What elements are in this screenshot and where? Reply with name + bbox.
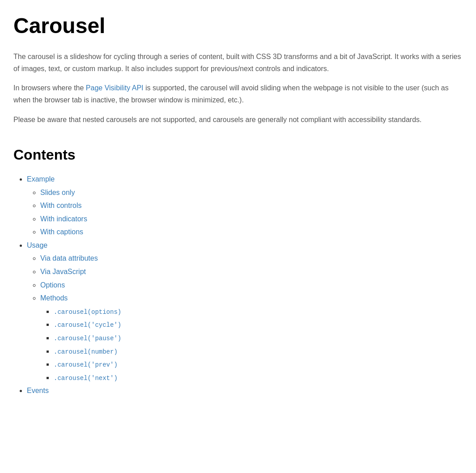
nav-link-carousel-cycle[interactable]: .carousel('cycle') [54, 321, 121, 328]
code-carousel-options: .carousel(options) [54, 308, 121, 316]
description-2-prefix: In browsers where the [13, 84, 86, 92]
nav-item-with-controls: With controls [40, 200, 463, 211]
nav-link-carousel-prev[interactable]: .carousel('prev') [54, 360, 118, 368]
nav-item-carousel-number: .carousel(number) [54, 346, 463, 357]
code-carousel-pause: .carousel('pause') [54, 335, 121, 342]
nav-link-events[interactable]: Events [27, 387, 49, 394]
nav-item-carousel-cycle: .carousel('cycle') [54, 319, 463, 330]
nav-item-methods: Methods .carousel(options) .carousel('cy… [40, 292, 463, 383]
nav-link-carousel-options[interactable]: .carousel(options) [54, 308, 121, 315]
nav-item-with-captions: With captions [40, 226, 463, 238]
page-visibility-api-link[interactable]: Page Visibility API [86, 84, 144, 92]
nav-link-with-captions[interactable]: With captions [40, 228, 83, 236]
nav-sub-example: Slides only With controls With indicator… [27, 187, 463, 238]
description-2: In browsers where the Page Visibility AP… [13, 82, 463, 106]
nav-link-via-data-attributes[interactable]: Via data attributes [40, 254, 98, 262]
nav-item-usage: Usage Via data attributes Via JavaScript… [27, 240, 463, 384]
nav-link-carousel-number[interactable]: .carousel(number) [54, 347, 118, 355]
nav-item-example: Example Slides only With controls With i… [27, 173, 463, 238]
nav-item-via-data-attributes: Via data attributes [40, 253, 463, 264]
nav-link-example[interactable]: Example [27, 175, 55, 183]
nav-item-carousel-next: .carousel('next') [54, 372, 463, 384]
contents-title: Contents [13, 144, 463, 166]
code-carousel-next: .carousel('next') [54, 375, 118, 382]
nav-item-events: Events [27, 385, 463, 397]
nav-item-via-javascript: Via JavaScript [40, 266, 463, 278]
nav-item-options: Options [40, 279, 463, 291]
nav-sub-usage: Via data attributes Via JavaScript Optio… [27, 253, 463, 383]
nav-link-usage[interactable]: Usage [27, 241, 47, 249]
nav-link-slides-only[interactable]: Slides only [40, 189, 75, 196]
contents-nav: Example Slides only With controls With i… [13, 173, 463, 397]
nav-link-via-javascript[interactable]: Via JavaScript [40, 268, 86, 275]
nav-link-with-controls[interactable]: With controls [40, 202, 81, 209]
code-carousel-prev: .carousel('prev') [54, 361, 118, 368]
code-carousel-number: .carousel(number) [54, 348, 118, 355]
nav-item-carousel-prev: .carousel('prev') [54, 359, 463, 370]
nav-link-with-indicators[interactable]: With indicators [40, 215, 87, 223]
nav-item-with-indicators: With indicators [40, 213, 463, 225]
nav-item-carousel-pause: .carousel('pause') [54, 332, 463, 344]
nav-item-slides-only: Slides only [40, 187, 463, 198]
code-carousel-cycle: .carousel('cycle') [54, 321, 121, 329]
nav-link-carousel-pause[interactable]: .carousel('pause') [54, 334, 121, 342]
nav-link-methods[interactable]: Methods [40, 294, 68, 302]
page-title: Carousel [13, 9, 463, 43]
description-3: Please be aware that nested carousels ar… [13, 114, 463, 126]
nav-link-options[interactable]: Options [40, 281, 65, 289]
nav-link-carousel-next[interactable]: .carousel('next') [54, 374, 118, 381]
nav-sub-methods: .carousel(options) .carousel('cycle') .c… [40, 306, 463, 384]
nav-item-carousel-options: .carousel(options) [54, 306, 463, 317]
description-1: The carousel is a slideshow for cycling … [13, 51, 463, 75]
